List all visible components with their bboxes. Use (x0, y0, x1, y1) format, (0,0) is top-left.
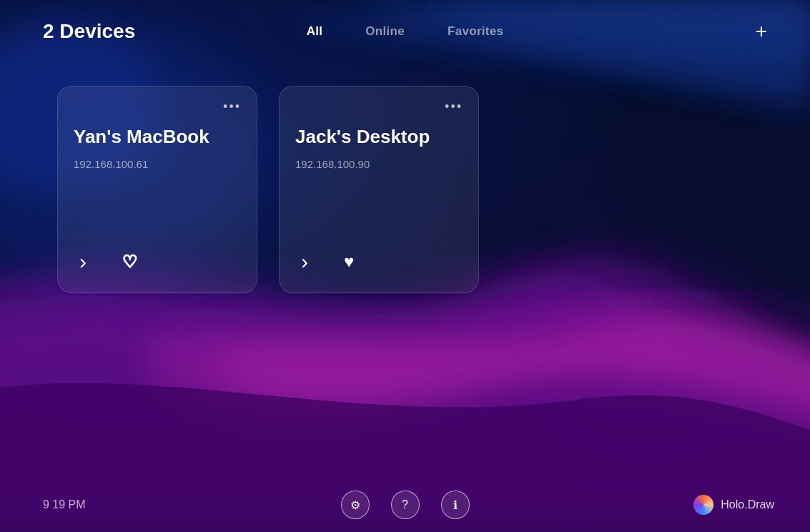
card-options-button-jack[interactable]: ••• (445, 99, 463, 114)
info-button[interactable]: ℹ (441, 491, 470, 519)
favorite-button-jack[interactable]: ♥ (344, 253, 354, 270)
card-actions-yan: › ♡ (74, 251, 241, 272)
device-name-jack: Jack's Desktop (295, 126, 463, 148)
settings-button[interactable]: ⚙ (341, 491, 370, 519)
device-name-yan: Yan's MacBook (74, 126, 241, 148)
device-card-yan-macbook[interactable]: ••• Yan's MacBook 192.168.100.61 › ♡ (57, 86, 257, 293)
card-actions-jack: › ♥ (295, 251, 463, 272)
device-list: ••• Yan's MacBook 192.168.100.61 › ♡ •••… (0, 57, 810, 293)
device-card-jack-desktop[interactable]: ••• Jack's Desktop 192.168.100.90 › ♥ (279, 86, 479, 293)
card-menu-jack: ••• (295, 99, 463, 114)
brand-name-label: Holo.Draw (721, 498, 774, 511)
nav-tabs: All Online Favorites (307, 24, 504, 39)
card-options-button-yan[interactable]: ••• (223, 99, 241, 114)
device-count-label: 2 Devices (43, 20, 135, 43)
tab-online[interactable]: Online (365, 24, 405, 39)
device-ip-jack: 192.168.100.90 (295, 158, 463, 170)
footer: 9 19 PM ⚙ ? ℹ Holo.Draw (0, 482, 810, 532)
header: 2 Devices All Online Favorites + (0, 0, 810, 57)
tab-all[interactable]: All (307, 24, 323, 39)
tab-favorites[interactable]: Favorites (448, 24, 503, 39)
favorite-button-yan[interactable]: ♡ (122, 253, 138, 270)
help-button[interactable]: ? (391, 491, 420, 519)
card-menu-yan: ••• (74, 99, 241, 114)
brand-logo-icon (693, 495, 713, 515)
connect-button-yan[interactable]: › (79, 251, 87, 272)
brand: Holo.Draw (693, 495, 774, 515)
footer-time: 9 19 PM (43, 498, 86, 511)
footer-icons: ⚙ ? ℹ (341, 491, 470, 519)
device-ip-yan: 192.168.100.61 (74, 158, 241, 170)
connect-button-jack[interactable]: › (301, 251, 308, 272)
add-device-button[interactable]: + (756, 21, 767, 41)
